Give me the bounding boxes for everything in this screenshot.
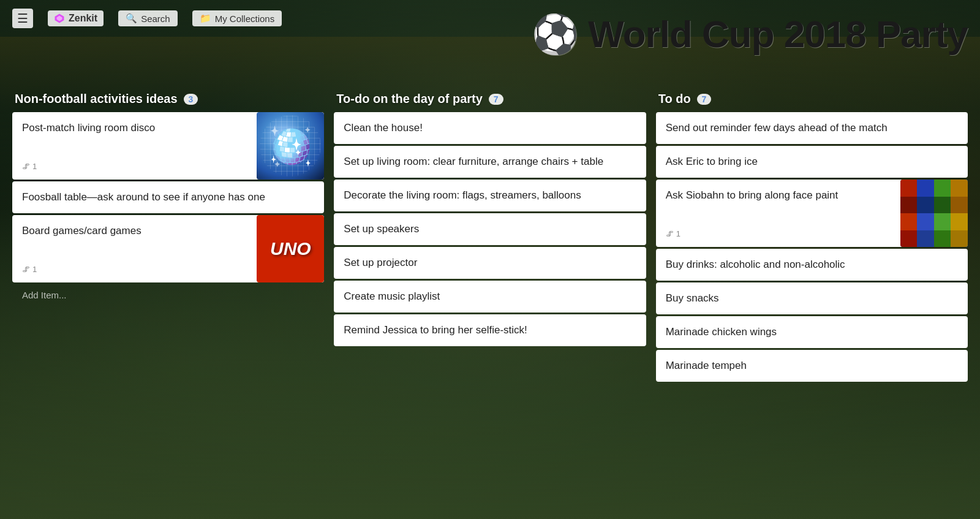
card-content-reminder: Send out reminder few days ahead of the … bbox=[666, 121, 958, 135]
card-content-music: Create music playlist bbox=[344, 289, 636, 304]
card-content-tempeh: Marinade tempeh bbox=[666, 358, 958, 373]
card-text-clean: Clean the house! bbox=[344, 121, 636, 135]
card-content-eric: Ask Eric to bring ice bbox=[666, 154, 958, 169]
paperclip-icon: 🖇 bbox=[22, 162, 30, 171]
collections-button[interactable]: 📁 My Collections bbox=[192, 10, 282, 26]
card-text-chicken: Marinade chicken wings bbox=[666, 325, 958, 339]
card-text-board-games: Board games/card games bbox=[22, 224, 241, 261]
card-foosball[interactable]: Foosball table—ask around to see if anyo… bbox=[12, 181, 324, 213]
card-eric-ice[interactable]: Ask Eric to bring ice bbox=[656, 146, 968, 178]
brand-name: Zenkit bbox=[69, 13, 97, 24]
facepaint-image bbox=[900, 180, 968, 247]
cards-area-col3: Send out reminder few days ahead of the … bbox=[656, 112, 968, 382]
card-content-siobahn: Ask Siobahn to bring along face paint 🖇 … bbox=[656, 180, 894, 247]
card-content-board-games: Board games/card games 🖇 1 bbox=[12, 215, 251, 282]
card-speakers[interactable]: Set up speakers bbox=[334, 213, 646, 245]
card-text-foosball: Foosball table—ask around to see if anyo… bbox=[22, 190, 314, 205]
attachment-count-siobahn: 1 bbox=[676, 229, 680, 238]
card-content-foosball: Foosball table—ask around to see if anyo… bbox=[22, 190, 314, 205]
card-text-speakers: Set up speakers bbox=[344, 222, 636, 237]
card-content-chicken: Marinade chicken wings bbox=[666, 325, 958, 339]
card-buy-snacks[interactable]: Buy snacks bbox=[656, 282, 968, 314]
navbar: ☰ Zenkit 🔍 Search 📁 My Collections bbox=[0, 0, 980, 37]
card-decorate[interactable]: Decorate the living room: flags, streame… bbox=[334, 180, 646, 211]
column-todo-day: To-do on the day of party 7 Clean the ho… bbox=[334, 92, 646, 507]
card-text-tempeh: Marinade tempeh bbox=[666, 358, 958, 373]
card-content-projector: Set up projector bbox=[344, 256, 636, 270]
card-siobahn[interactable]: Ask Siobahn to bring along face paint 🖇 … bbox=[656, 180, 968, 247]
card-chicken-wings[interactable]: Marinade chicken wings bbox=[656, 316, 968, 348]
card-content-clean: Clean the house! bbox=[344, 121, 636, 135]
card-content-setup-lr: Set up living room: clear furniture, arr… bbox=[344, 154, 636, 169]
card-buy-drinks[interactable]: Buy drinks: alcoholic and non-alcoholic bbox=[656, 249, 968, 281]
paperclip-icon-3: 🖇 bbox=[666, 229, 674, 238]
card-text-disco: Post-match living room disco bbox=[22, 121, 241, 158]
columns-container: Non-football activities ideas 3 Post-mat… bbox=[12, 92, 968, 507]
card-attachment-disco: 🖇 1 bbox=[22, 162, 241, 171]
card-music-playlist[interactable]: Create music playlist bbox=[334, 281, 646, 313]
card-attachment-siobahn: 🖇 1 bbox=[666, 229, 884, 238]
column-header-todo-day: To-do on the day of party 7 bbox=[334, 92, 646, 106]
card-text-setup-lr: Set up living room: clear furniture, arr… bbox=[344, 154, 636, 169]
card-content-jessica: Remind Jessica to bring her selfie-stick… bbox=[344, 323, 636, 338]
column-todo: To do 7 Send out reminder few days ahead… bbox=[656, 92, 968, 507]
column-title-todo: To do bbox=[658, 92, 691, 106]
card-text-decorate: Decorate the living room: flags, streame… bbox=[344, 188, 636, 203]
cards-area-col1: Post-match living room disco 🖇 1 Foosbal… bbox=[12, 112, 324, 282]
brand[interactable]: Zenkit bbox=[48, 10, 104, 26]
card-text-reminder: Send out reminder few days ahead of the … bbox=[666, 121, 958, 135]
card-text-jessica: Remind Jessica to bring her selfie-stick… bbox=[344, 323, 636, 338]
search-label: Search bbox=[141, 13, 170, 24]
collections-icon: 📁 bbox=[200, 13, 211, 24]
search-button[interactable]: 🔍 Search bbox=[118, 10, 178, 26]
column-count-non-football: 3 bbox=[184, 94, 198, 105]
card-content-disco: Post-match living room disco 🖇 1 bbox=[12, 112, 251, 180]
card-board-games[interactable]: Board games/card games 🖇 1 bbox=[12, 215, 324, 282]
paperclip-icon-2: 🖇 bbox=[22, 265, 30, 274]
card-text-eric: Ask Eric to bring ice bbox=[666, 154, 958, 169]
column-header-non-football: Non-football activities ideas 3 bbox=[12, 92, 324, 106]
cards-area-col2: Clean the house! Set up living room: cle… bbox=[334, 112, 646, 346]
zenkit-logo-icon bbox=[54, 13, 65, 24]
column-title-todo-day: To-do on the day of party bbox=[336, 92, 483, 106]
card-text-music: Create music playlist bbox=[344, 289, 636, 304]
card-post-match-disco[interactable]: Post-match living room disco 🖇 1 bbox=[12, 112, 324, 180]
column-title-non-football: Non-football activities ideas bbox=[15, 92, 178, 106]
attachment-count-board: 1 bbox=[32, 265, 37, 274]
card-text-projector: Set up projector bbox=[344, 256, 636, 270]
column-header-todo: To do 7 bbox=[656, 92, 968, 106]
card-reminder[interactable]: Send out reminder few days ahead of the … bbox=[656, 112, 968, 144]
card-content-decorate: Decorate the living room: flags, streame… bbox=[344, 188, 636, 203]
disco-image bbox=[257, 112, 324, 180]
card-text-siobahn: Ask Siobahn to bring along face paint bbox=[666, 188, 884, 225]
card-jessica[interactable]: Remind Jessica to bring her selfie-stick… bbox=[334, 314, 646, 346]
add-item-col1[interactable]: Add Item... bbox=[12, 282, 324, 308]
column-non-football: Non-football activities ideas 3 Post-mat… bbox=[12, 92, 324, 507]
column-count-todo-day: 7 bbox=[489, 94, 503, 105]
card-tempeh[interactable]: Marinade tempeh bbox=[656, 350, 968, 382]
hamburger-button[interactable]: ☰ bbox=[12, 9, 33, 28]
collections-label: My Collections bbox=[215, 13, 275, 24]
card-text-snacks: Buy snacks bbox=[666, 291, 958, 306]
card-setup-living-room[interactable]: Set up living room: clear furniture, arr… bbox=[334, 146, 646, 178]
search-icon: 🔍 bbox=[126, 13, 137, 24]
card-content-snacks: Buy snacks bbox=[666, 291, 958, 306]
card-content-drinks: Buy drinks: alcoholic and non-alcoholic bbox=[666, 257, 958, 272]
card-attachment-board-games: 🖇 1 bbox=[22, 265, 241, 274]
uno-image bbox=[257, 215, 324, 282]
attachment-count-disco: 1 bbox=[32, 162, 37, 171]
card-content-speakers: Set up speakers bbox=[344, 222, 636, 237]
card-projector[interactable]: Set up projector bbox=[334, 247, 646, 279]
column-count-todo: 7 bbox=[697, 94, 712, 105]
card-clean-house[interactable]: Clean the house! bbox=[334, 112, 646, 144]
card-text-drinks: Buy drinks: alcoholic and non-alcoholic bbox=[666, 257, 958, 272]
